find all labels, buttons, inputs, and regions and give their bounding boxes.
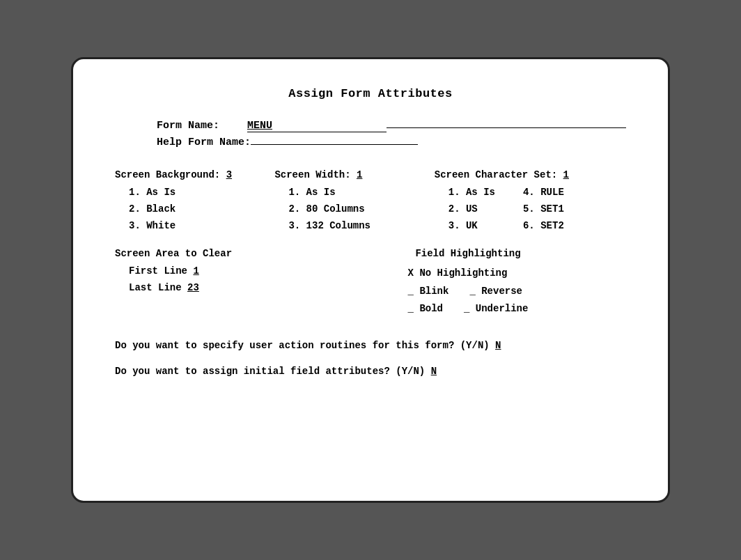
questions-section: Do you want to specify user action routi… — [115, 339, 626, 379]
reverse-label[interactable]: Reverse — [481, 286, 522, 297]
reverse-prefix: _ — [469, 286, 475, 297]
bold-item: _ Bold — [408, 300, 443, 318]
field-highlighting-section: Field Highlighting X No Highlighting _ B… — [310, 248, 626, 318]
no-highlighting-prefix: X — [408, 267, 414, 279]
last-line-row: Last Line 23 — [129, 280, 310, 297]
screen-width-section: Screen Width: 1 1. As Is 2. 80 Columns 3… — [274, 169, 434, 234]
bold-underline-row: _ Bold _ Underline — [408, 300, 529, 318]
screen-charset-opt3[interactable]: 3. UK — [448, 218, 495, 235]
form-names-section: Form Name: MENU Help Form Name: — [157, 120, 626, 148]
dialog-title: Assign Form Attributes — [115, 87, 626, 100]
screen-background-section: Screen Background: 3 1. As Is 2. Black 3… — [115, 169, 274, 234]
form-name-row: Form Name: MENU — [157, 120, 626, 132]
help-form-name-row: Help Form Name: — [157, 137, 626, 148]
screen-width-opt1[interactable]: 1. As Is — [288, 185, 434, 201]
bold-label[interactable]: Bold — [419, 303, 443, 314]
screen-background-opt2[interactable]: 2. Black — [129, 201, 274, 218]
help-form-name-value[interactable] — [251, 144, 418, 145]
screen-area-section: Screen Area to Clear First Line 1 Last L… — [115, 248, 310, 318]
reverse-item: _ Reverse — [469, 283, 522, 300]
screen-width-opt3[interactable]: 3. 132 Columns — [288, 218, 434, 235]
no-highlighting-row: X No Highlighting — [408, 265, 529, 282]
top-sections-row: Screen Background: 3 1. As Is 2. Black 3… — [115, 169, 626, 234]
bottom-sections-row: Screen Area to Clear First Line 1 Last L… — [115, 248, 626, 318]
underline-prefix: _ — [464, 303, 469, 314]
form-name-underline — [387, 127, 626, 128]
highlight-options: X No Highlighting _ Blink _ Reverse — [408, 265, 529, 318]
underline-item: _ Underline — [464, 300, 528, 318]
blink-prefix: _ — [408, 286, 414, 297]
screen-charset-opt2[interactable]: 2. US — [448, 201, 495, 218]
first-line-row: First Line 1 — [129, 263, 310, 280]
question1: Do you want to specify user action routi… — [115, 339, 626, 353]
screen-background-opt1[interactable]: 1. As Is — [129, 185, 274, 201]
screen-charset-title: Screen Character Set: 1 — [435, 169, 626, 180]
form-name-value[interactable]: MENU — [247, 120, 387, 132]
question2: Do you want to assign initial field attr… — [115, 364, 626, 379]
form-name-label: Form Name: — [157, 120, 247, 132]
screen-background-title: Screen Background: 3 — [115, 169, 274, 180]
underline-label[interactable]: Underline — [476, 303, 529, 314]
screen-width-title: Screen Width: 1 — [274, 169, 434, 180]
screen-background-value[interactable]: 3 — [226, 169, 232, 180]
screen-area-title: Screen Area to Clear — [115, 248, 310, 259]
screen-background-opt3[interactable]: 3. White — [129, 218, 274, 235]
no-highlighting-label[interactable]: No Highlighting — [419, 267, 507, 279]
blink-item: _ Blink — [408, 283, 449, 300]
help-form-name-label: Help Form Name: — [157, 137, 251, 148]
screen-charset-opt5[interactable]: 5. SET1 — [523, 201, 564, 218]
screen-charset-opt6[interactable]: 6. SET2 — [523, 218, 564, 235]
screen-width-value[interactable]: 1 — [357, 169, 362, 180]
screen-charset-value[interactable]: 1 — [563, 169, 569, 180]
question2-answer[interactable]: N — [431, 366, 437, 377]
dialog-box: Assign Form Attributes Form Name: MENU H… — [71, 57, 670, 503]
first-line-value[interactable]: 1 — [193, 265, 198, 277]
bold-prefix: _ — [408, 303, 414, 314]
screen-charset-section: Screen Character Set: 1 1. As Is 2. US 3… — [435, 169, 626, 234]
screen-width-opt2[interactable]: 2. 80 Columns — [288, 201, 434, 218]
question1-answer[interactable]: N — [495, 340, 501, 351]
field-highlighting-title: Field Highlighting — [310, 248, 626, 259]
blink-label[interactable]: Blink — [419, 286, 448, 297]
screen-charset-opt1[interactable]: 1. As Is — [448, 185, 495, 201]
screen-charset-opt4[interactable]: 4. RULE — [523, 185, 564, 201]
last-line-value[interactable]: 23 — [187, 282, 199, 293]
blink-reverse-row: _ Blink _ Reverse — [408, 283, 529, 300]
